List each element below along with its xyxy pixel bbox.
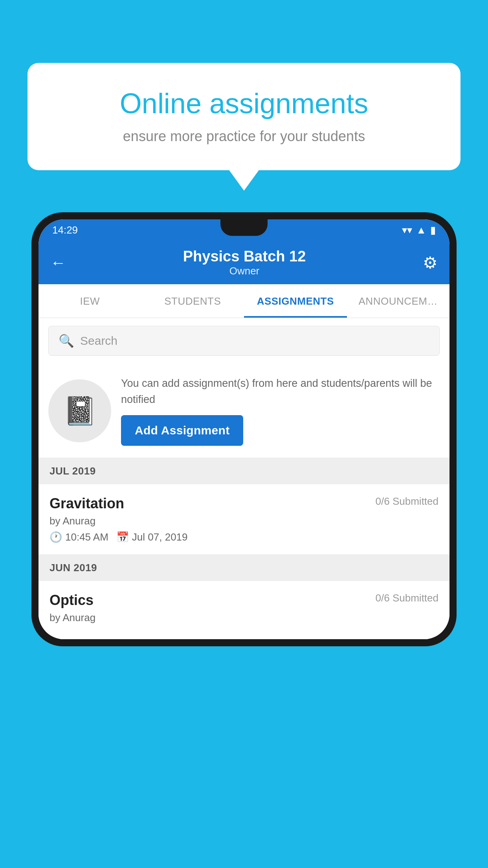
time-meta: 🕐 10:45 AM — [50, 531, 108, 543]
app-bar-center: Physics Batch 12 Owner — [66, 248, 423, 277]
assignment-submitted-gravitation: 0/6 Submitted — [376, 495, 438, 508]
notebook-icon: 📓 — [63, 395, 97, 427]
phone-screen: 14:29 ▾▾ ▲ ▮ ← Physics Batch 12 Owner ⚙ … — [39, 219, 449, 639]
assignment-row-top-optics: Optics 0/6 Submitted — [50, 592, 438, 609]
phone-notch — [220, 219, 268, 236]
clock-icon: 🕐 — [50, 531, 62, 543]
search-bar[interactable]: 🔍 Search — [48, 326, 440, 356]
speech-bubble-section: Online assignments ensure more practice … — [28, 63, 460, 170]
batch-title: Physics Batch 12 — [66, 248, 423, 265]
assignment-meta-gravitation: 🕐 10:45 AM 📅 Jul 07, 2019 — [50, 531, 438, 543]
section-header-jul: JUL 2019 — [39, 458, 449, 484]
add-assignment-button[interactable]: Add Assignment — [121, 415, 243, 446]
tab-announcements[interactable]: ANNOUNCEM… — [347, 284, 450, 318]
batch-subtitle: Owner — [66, 265, 423, 277]
assignment-icon-circle: 📓 — [48, 379, 111, 442]
tab-iew[interactable]: IEW — [39, 284, 141, 318]
tab-students[interactable]: STUDENTS — [141, 284, 244, 318]
list-item[interactable]: Optics 0/6 Submitted by Anurag — [39, 581, 449, 639]
app-bar: ← Physics Batch 12 Owner ⚙ — [39, 241, 449, 284]
assignment-by-gravitation: by Anurag — [50, 515, 438, 527]
promo-text-area: You can add assignment(s) from here and … — [121, 375, 440, 446]
phone-mockup: 14:29 ▾▾ ▲ ▮ ← Physics Batch 12 Owner ⚙ … — [31, 212, 457, 646]
section-label-jul: JUL 2019 — [50, 465, 96, 477]
list-item[interactable]: Gravitation 0/6 Submitted by Anurag 🕐 10… — [39, 484, 449, 555]
promo-description: You can add assignment(s) from here and … — [121, 375, 440, 407]
speech-bubble-subtitle: ensure more practice for your students — [55, 128, 433, 145]
assignment-date-gravitation: Jul 07, 2019 — [132, 531, 188, 543]
settings-button[interactable]: ⚙ — [423, 253, 438, 272]
back-button[interactable]: ← — [50, 254, 66, 272]
search-container: 🔍 Search — [39, 318, 449, 364]
speech-bubble-title: Online assignments — [55, 86, 433, 120]
search-icon: 🔍 — [59, 333, 74, 348]
assignment-name-optics: Optics — [50, 592, 94, 609]
status-icons: ▾▾ ▲ ▮ — [402, 224, 436, 236]
phone-body: 14:29 ▾▾ ▲ ▮ ← Physics Batch 12 Owner ⚙ … — [31, 212, 457, 646]
main-content: 🔍 Search 📓 You can add assignment(s) fro… — [39, 318, 449, 639]
search-placeholder: Search — [80, 334, 117, 348]
tab-assignments[interactable]: ASSIGNMENTS — [244, 284, 347, 318]
promo-section: 📓 You can add assignment(s) from here an… — [39, 364, 449, 458]
assignment-time-gravitation: 10:45 AM — [65, 531, 108, 543]
calendar-icon: 📅 — [116, 531, 129, 543]
date-meta: 📅 Jul 07, 2019 — [116, 531, 188, 543]
status-time: 14:29 — [52, 224, 78, 236]
signal-icon: ▲ — [416, 224, 426, 236]
wifi-icon: ▾▾ — [402, 224, 412, 236]
battery-icon: ▮ — [430, 224, 436, 236]
assignment-name-gravitation: Gravitation — [50, 495, 124, 512]
assignment-by-optics: by Anurag — [50, 612, 438, 624]
assignment-submitted-optics: 0/6 Submitted — [376, 592, 438, 604]
tab-bar: IEW STUDENTS ASSIGNMENTS ANNOUNCEM… — [39, 284, 449, 318]
section-label-jun: JUN 2019 — [50, 562, 97, 574]
section-header-jun: JUN 2019 — [39, 555, 449, 581]
speech-bubble: Online assignments ensure more practice … — [28, 63, 460, 170]
assignment-row-top: Gravitation 0/6 Submitted — [50, 495, 438, 512]
